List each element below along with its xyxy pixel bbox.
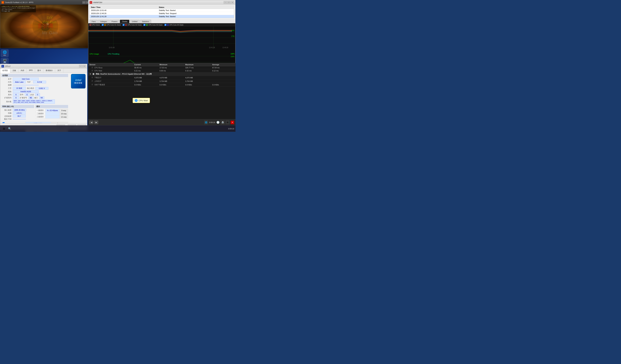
svg-point-1: [2, 2, 3, 3]
sensor-avg-cpu-wait: 0.12 ms: [211, 69, 236, 72]
sensor-current-cpu-busy: 58.40 ms: [133, 66, 158, 69]
sensor-name-dl-speed: ⏱ 当前下载速度: [88, 83, 133, 87]
legend-core4-dot: [167, 24, 169, 26]
cpuz-minimize-button[interactable]: −: [79, 65, 82, 67]
cpuz-stepping-label: 步进: [30, 94, 35, 96]
status-row-1[interactable]: 2025/1/26 12:01:40 Stability Test: Start…: [90, 9, 234, 12]
sensor-name-cpu-busy: ⏱ CPU Busy: [88, 66, 133, 69]
cpuz-spec-value: Intel(R) N150: [13, 90, 39, 93]
legend-core1-label: CPU Core #1 Clock: [106, 24, 121, 26]
furmark-watermark-laogao: 的老高: [21, 24, 34, 28]
taskbar-tray-time: 0:59:16: [228, 128, 234, 130]
cpuz-core-speed-label: 核心速度: [1, 109, 13, 111]
cpuz-codename-label: 代号: [1, 81, 13, 83]
cpuz-instructions-value: MMX, SSE, SSE2, SSE3, SSSE3, SSE4.1, SSE…: [13, 99, 55, 104]
status-row-3-selected[interactable]: 2025/1/26 12:41:28 Stability Test: Start…: [90, 15, 234, 18]
tray-close-icon[interactable]: ✕: [231, 121, 234, 124]
cpuz-tab-spd[interactable]: SPD: [27, 68, 35, 73]
hwinfo-close-button[interactable]: ×: [231, 1, 234, 4]
cpuz-row-rated-fsb: 额定 FSB: [1, 118, 34, 120]
sensor-row-cpu-wait[interactable]: ⏱ CPU Wait 0.21 ms 0.00 ms 0.32 ms 0.12 …: [88, 69, 236, 72]
cpuz-row-codename: 代号 Alder Lake TDP 6.0 W: [1, 81, 68, 83]
hwinfo-tray-time: 0:59:16: [209, 121, 215, 123]
svg-text:1895: 1895: [231, 30, 235, 32]
tray-settings-icon[interactable]: 🖨️: [221, 121, 224, 124]
sensor-max-download: 4,070 MB: [184, 76, 211, 79]
sensor-row-cpu-busy[interactable]: ⏱ CPU Busy 58.40 ms 17.53 ms 329.77 ms 6…: [88, 66, 236, 69]
col-average: Average: [211, 63, 236, 66]
cpuz-l2-assoc: 16-way: [60, 112, 68, 115]
hwinfo-minimize-button[interactable]: −: [224, 1, 227, 4]
tab-voltages[interactable]: Voltages: [98, 20, 109, 23]
hwinfo-window: H HWiNFO64 − □ × Date / Time Status 2025…: [88, 0, 236, 63]
cpuz-family-value: 6: [13, 93, 19, 96]
hwinfo-tray: 🌐 0:59:16 🕐 🖨️ ⚙ ✕: [204, 121, 234, 124]
sensor-max-upload: 3,704 MB: [184, 79, 211, 83]
legend-core2-checkbox[interactable]: [122, 24, 124, 26]
tooltip-info-icon: i: [135, 99, 138, 102]
sensor-row-download-total[interactable]: ⏱ 下载总计 4,070 MB 4,070 MB 4,070 MB: [88, 76, 236, 79]
cpuz-row-spec: 规格 Intel(R) N150: [1, 90, 68, 93]
cpuz-tab-mainboard[interactable]: 主板: [10, 68, 18, 73]
furmark-info-line3: GPU: IntelR Graphics: [1, 9, 35, 11]
sidebar-item-network[interactable]: 🌐 网络: [1, 49, 9, 57]
legend-core1-checkbox[interactable]: [102, 24, 104, 26]
cpuz-model-label: 型号: [20, 94, 25, 96]
cpuz-window-controls: − ×: [79, 65, 86, 67]
furmark-watermark-mr: Mr Gao: [42, 31, 58, 35]
cpuz-core-speed-value: 1895.36 MHz: [13, 109, 26, 111]
nav-prev-button[interactable]: ◀: [89, 121, 93, 124]
cpuz-titlebar: C CPU-Z − ×: [0, 64, 87, 68]
cpuz-extfamily-label: 扩展系列: [1, 96, 13, 99]
cpuz-socket-value: [13, 85, 39, 85]
clocks-chart-area: CPU Clock CPU Core #1 Clock CPU Core #2 …: [88, 23, 235, 52]
cpuz-tab-memory[interactable]: 内存: [18, 68, 27, 73]
tab-unified[interactable]: Unified: [130, 20, 139, 23]
cpuz-close-button[interactable]: ×: [83, 65, 86, 67]
furmark-app-icon: [1, 1, 4, 4]
cpuz-tab-about[interactable]: 关于: [55, 68, 63, 73]
tab-powers[interactable]: Powers: [109, 20, 120, 23]
tab-clocks[interactable]: Clocks: [120, 20, 129, 23]
tray-network-icon[interactable]: 🌐: [204, 121, 208, 124]
nav-next-button[interactable]: ▶: [94, 121, 98, 124]
legend-core4-checkbox[interactable]: [164, 24, 166, 26]
clock-icon: 🕐: [216, 121, 220, 124]
cpuz-voltage-label: 核心电压: [27, 87, 35, 90]
sensors-data-table: Sensor Current Minimum Maximum Average ⏱…: [88, 63, 236, 87]
sensor-row-download-speed[interactable]: ⏱ 当前下载速度 0.0 KB/s 0.0 KB/s 0.9 KB/s 0.0 …: [88, 83, 236, 87]
cpuz-tab-graphics[interactable]: 显卡: [35, 68, 43, 73]
hwinfo-maximize-button[interactable]: □: [227, 1, 230, 4]
cpuz-instructions-label: 指令集: [1, 100, 13, 103]
cpuz-clocks-title: 时钟 (核心 #0): [1, 105, 34, 108]
cpuz-row-instructions: 指令集 MMX, SSE, SSE2, SSE3, SSSE3, SSE4.1,…: [1, 99, 68, 104]
sensor-max-cpu-busy: 329.77 ms: [184, 66, 211, 69]
tray-gear-icon[interactable]: ⚙: [226, 121, 229, 124]
cpuz-row-socket: 插槽: [1, 84, 68, 86]
tab-fans[interactable]: Fans: [90, 20, 98, 23]
cpuz-tab-benchmark[interactable]: 基准跑分: [43, 68, 55, 73]
tab-statistics[interactable]: Statistics: [140, 20, 151, 23]
cpuz-row-name: 名字 Intel Core: [1, 78, 68, 80]
taskbar-start-button[interactable]: ⊞: [1, 126, 6, 131]
furmark-minimize-button[interactable]: −: [82, 1, 86, 4]
taskbar-search-icon[interactable]: 🔍: [7, 126, 12, 131]
status-date-1: 2025/1/26 12:01:40: [90, 9, 157, 12]
sensor-row-upload-total[interactable]: ⏱ 上传总计 3,704 MB 3,704 MB 3,704 MB: [88, 79, 236, 83]
furmark-info-line4: FPS toggle: help: [1, 10, 35, 12]
status-row-2[interactable]: 2025/1/26 12:40:26 Stability Test: Stopp…: [90, 12, 234, 15]
controlpanel-icon: 🖥️: [3, 59, 7, 63]
furmark-info-line2: Framerate: 8 (min=8,max=37 - FPS5R: 30 (…: [1, 7, 35, 9]
sensor-avg-download: [211, 76, 236, 79]
cpuz-row-multiplier: 倍频 x19.0 (: [1, 112, 34, 114]
cpuz-extmodel-value: BE: [28, 96, 34, 99]
cpuz-model-value: E: [25, 93, 30, 96]
legend-core3-checkbox[interactable]: [143, 24, 145, 26]
legend-core1: CPU Core #1 Clock: [102, 24, 121, 26]
network-icon: 🌐: [3, 50, 7, 54]
cpuz-tab-processor[interactable]: 处理器: [0, 68, 10, 73]
cpuz-name-value: Intel Core: [13, 78, 39, 80]
cpuz-processor-section-title: 处理器: [1, 74, 68, 77]
legend-core2-dot: [125, 24, 127, 26]
cpuz-revision-value: N0: [39, 96, 44, 99]
